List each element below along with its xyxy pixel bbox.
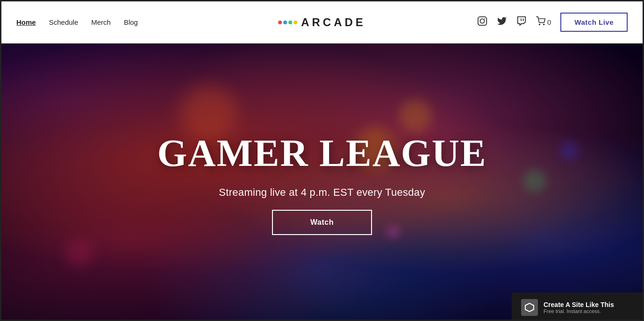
nav-merch[interactable]: Merch bbox=[91, 18, 111, 26]
instagram-icon[interactable] bbox=[477, 16, 487, 29]
svg-point-1 bbox=[480, 19, 484, 23]
promo-title: Create A Site Like This bbox=[544, 301, 614, 308]
hero-title: GAMER LEAGUE bbox=[157, 131, 487, 175]
hero-subtitle: Streaming live at 4 p.m. EST every Tuesd… bbox=[219, 186, 425, 199]
logo-dots bbox=[278, 21, 297, 24]
logo-text: ARCADE bbox=[301, 16, 366, 29]
dot-blue bbox=[283, 21, 287, 24]
dot-yellow bbox=[293, 21, 297, 24]
nav-right: 0 Watch Live bbox=[477, 13, 628, 32]
hero-content: GAMER LEAGUE Streaming live at 4 p.m. ES… bbox=[157, 131, 487, 235]
squarespace-logo bbox=[521, 299, 538, 316]
logo[interactable]: ARCADE bbox=[278, 16, 366, 29]
dot-red bbox=[278, 21, 282, 24]
hero-section: GAMER LEAGUE Streaming live at 4 p.m. ES… bbox=[1, 43, 643, 321]
promo-banner[interactable]: Create A Site Like This Free trial. Inst… bbox=[512, 292, 643, 321]
svg-point-2 bbox=[484, 18, 485, 19]
svg-point-5 bbox=[539, 24, 540, 25]
svg-rect-0 bbox=[478, 17, 487, 25]
nav-blog[interactable]: Blog bbox=[124, 18, 138, 26]
cart-count: 0 bbox=[547, 18, 551, 26]
navbar: Home Schedule Merch Blog ARCADE bbox=[1, 1, 643, 43]
promo-subtitle: Free trial. Instant access. bbox=[544, 308, 614, 314]
bokeh-4 bbox=[523, 169, 546, 193]
cart-icon bbox=[536, 16, 545, 28]
watch-live-button[interactable]: Watch Live bbox=[560, 13, 628, 32]
svg-point-6 bbox=[544, 24, 544, 25]
nav-schedule[interactable]: Schedule bbox=[49, 18, 79, 26]
nav-home[interactable]: Home bbox=[16, 18, 36, 26]
nav-links: Home Schedule Merch Blog bbox=[16, 18, 138, 26]
dot-green bbox=[288, 21, 292, 24]
bokeh-5 bbox=[560, 141, 579, 160]
bokeh-3 bbox=[399, 99, 432, 132]
cart-button[interactable]: 0 bbox=[536, 16, 551, 28]
watch-button[interactable]: Watch bbox=[272, 210, 372, 235]
twitch-icon[interactable] bbox=[516, 16, 527, 29]
bokeh-7 bbox=[65, 239, 93, 267]
twitter-icon[interactable] bbox=[497, 16, 507, 29]
promo-text: Create A Site Like This Free trial. Inst… bbox=[544, 301, 614, 314]
